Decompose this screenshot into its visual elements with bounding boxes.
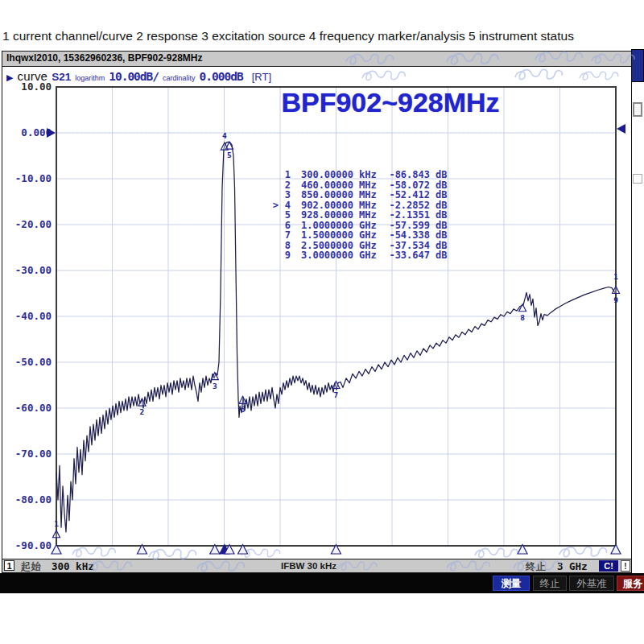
marker-frequency: 850.00000	[291, 190, 353, 200]
marker-frequency-unit: GHz	[359, 250, 383, 261]
marker-selected-indicator	[270, 250, 279, 261]
marker-9[interactable]: 91	[613, 272, 620, 304]
ref-level-arrow-right-icon[interactable]	[617, 124, 625, 134]
y-tick-label: -80.00	[15, 493, 52, 506]
watermark	[515, 70, 562, 80]
marker-table-row: 1300.00000kHz-86.843dB	[270, 170, 452, 180]
marker-level: -86.843	[383, 170, 430, 180]
marker-level: -33.647	[383, 250, 430, 261]
marker-selected-indicator	[270, 180, 279, 191]
marker-frequency: 3.0000000	[291, 250, 353, 261]
marker-number-label: 5	[227, 151, 232, 159]
marker-frequency-unit: MHz	[359, 210, 383, 221]
marker-level: -52.412	[383, 190, 430, 200]
marker-number: 9	[279, 250, 291, 261]
watermark	[89, 561, 131, 570]
marker-level-unit: dB	[436, 230, 452, 241]
marker-frequency-unit: kHz	[359, 170, 383, 180]
y-tick-label: -90.00	[15, 539, 52, 551]
marker-number: 7	[279, 230, 291, 241]
y-tick-label: -50.00	[15, 356, 52, 368]
marker-selected-indicator	[270, 221, 279, 231]
watermark	[149, 550, 196, 559]
vna-screen: 1 current channel/curve 2 response 3 exc…	[0, 0, 644, 644]
marker-level-unit: dB	[436, 170, 452, 180]
watermark	[197, 562, 244, 572]
marker-level: -2.1351	[383, 210, 430, 221]
marker-frequency: 1.5000000	[291, 230, 353, 241]
marker-number-label: 7	[334, 390, 339, 399]
watermark	[475, 548, 518, 557]
marker-number-label: 1	[54, 519, 59, 528]
marker-frequency: 928.00000	[291, 210, 353, 221]
marker-level-unit: dB	[436, 190, 452, 200]
y-tick-label: 10.00	[21, 80, 52, 93]
marker-level: -54.338	[383, 230, 430, 241]
marker-table: 1300.00000kHz-86.843dB2460.00000MHz-58.0…	[270, 170, 452, 261]
marker-level-unit: dB	[436, 250, 452, 261]
marker-table-row: 3850.00000MHz-52.412dB	[270, 190, 452, 200]
watermark	[580, 72, 618, 80]
trace-number-label: 1	[613, 272, 618, 281]
grid	[56, 87, 616, 546]
marker-frequency-unit: GHz	[359, 230, 383, 241]
marker-number-label: 9	[613, 295, 618, 304]
marker-frequency: 300.00000	[291, 170, 353, 180]
marker-number-label: 3	[213, 382, 217, 390]
marker-selected-indicator	[270, 241, 279, 251]
marker-table-row: 5928.00000MHz-2.1351dB	[270, 210, 452, 221]
marker-number-label: 6	[241, 405, 246, 414]
watermark	[72, 547, 115, 556]
marker-selected-indicator	[270, 210, 279, 221]
marker-number: 5	[279, 210, 291, 221]
y-tick-label: -60.00	[15, 402, 52, 414]
marker-number-label: 8	[520, 313, 525, 322]
y-tick-label: -70.00	[15, 448, 52, 460]
marker-selected-indicator: >	[270, 200, 279, 211]
marker-frequency-unit: MHz	[359, 190, 383, 200]
marker-triangle-icon[interactable]	[239, 396, 246, 403]
y-tick-label: -20.00	[15, 218, 52, 230]
watermark	[362, 71, 405, 80]
watermark	[338, 562, 377, 570]
marker-table-row: 71.5000000GHz-54.338dB	[270, 230, 452, 241]
y-tick-label: -30.00	[15, 264, 52, 276]
marker-triangle-icon[interactable]	[519, 304, 526, 312]
y-tick-label: -40.00	[15, 310, 52, 322]
marker-level-unit: dB	[436, 210, 452, 221]
marker-selected-indicator	[270, 190, 279, 200]
watermark	[447, 561, 489, 570]
watermark	[514, 561, 560, 571]
marker-7[interactable]: 7	[332, 382, 340, 399]
plot-title: BPF902~928MHz	[246, 87, 535, 118]
marker-number: 3	[279, 190, 291, 200]
marker-selected-indicator	[270, 230, 279, 241]
marker-number-label: 4	[222, 131, 227, 140]
marker-number-label: 2	[140, 407, 145, 416]
y-tick-label: -10.00	[15, 172, 52, 184]
window-title: lhqwxl2010, 15362960236, BPF902-928MHz	[2, 52, 631, 64]
marker-selected-indicator	[270, 170, 279, 180]
marker-number: 1	[279, 170, 291, 180]
watermark	[559, 547, 606, 557]
marker-triangle-icon[interactable]	[53, 530, 60, 538]
marker-table-row: 93.0000000GHz-33.647dB	[270, 250, 452, 261]
